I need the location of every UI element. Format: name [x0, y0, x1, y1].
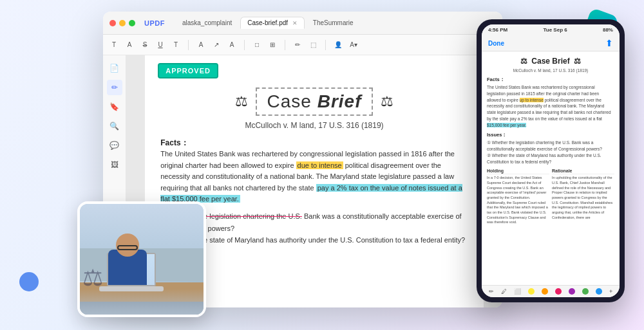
- tab-bar: alaska_complaint Case-brief.pdf ✕ TheSum…: [175, 17, 496, 29]
- approved-stamp: APPROVED: [158, 63, 218, 78]
- mobile-device: 4:56 PM Tue Sep 6 88% Done ⬆ ⚖ Case Brie…: [477, 19, 625, 302]
- mobile-holding-col: Holding In a 7-0 decision, the United St…: [487, 169, 549, 225]
- mobile-date: Tue Sep 6: [544, 27, 567, 33]
- pdf-case-name: McCulloch v. M land, 17 U.S. 316 (1819): [160, 121, 468, 130]
- toolbar-a2-icon[interactable]: A: [195, 39, 207, 51]
- photo-justice-figure: ⚖: [82, 264, 103, 291]
- mobile-holding-text: In a 7-0 decision, the United States Sup…: [487, 176, 549, 225]
- toolbar-pen-icon[interactable]: ✏: [292, 39, 303, 51]
- mobile-rationale-text: In upholding the constitutionality of th…: [552, 176, 614, 220]
- panel-edit-icon[interactable]: ✏: [107, 80, 122, 95]
- scale-icon-right: ⚖: [381, 93, 393, 110]
- toolbar-text-icon[interactable]: T: [108, 39, 120, 51]
- toolbar-annotation-icon[interactable]: A: [124, 39, 135, 51]
- toolbar: T A S U T A ↗ A □ ⊞ ✏ ⬚ 👤 A▾ 🔍: [103, 35, 502, 55]
- updf-logo: UPDF: [144, 19, 165, 27]
- toolbar-user-icon[interactable]: 👤: [332, 39, 344, 51]
- panel-search-icon[interactable]: 🔍: [107, 118, 122, 134]
- bg-circle-decoration: [19, 272, 39, 291]
- mobile-rationale-title: Rationale: [552, 169, 614, 174]
- toolbar-sep-1: [188, 40, 189, 50]
- toolbar-t2-icon[interactable]: T: [170, 39, 182, 51]
- pdf-issues-section: ① Whether the legislation chartering the…: [160, 210, 468, 246]
- toolbar-a4-icon[interactable]: A▾: [348, 39, 359, 51]
- mobile-rationale-col: Rationale In upholding the constitutiona…: [552, 169, 614, 225]
- mobile-issues-label: Issues：: [487, 132, 614, 138]
- mobile-title-text: Case Brief: [531, 57, 569, 66]
- maximize-button[interactable]: [129, 20, 135, 26]
- color-green-dot[interactable]: [582, 288, 589, 295]
- tab-close-icon[interactable]: ✕: [292, 20, 298, 26]
- pdf-title-box: Case Brief: [256, 87, 374, 116]
- minimize-button[interactable]: [119, 20, 126, 26]
- mobile-holding-title: Holding: [487, 169, 549, 174]
- panel-doc-icon[interactable]: 📄: [107, 60, 122, 76]
- tool-more-icon[interactable]: +: [609, 288, 612, 295]
- toolbar-strikethrough-icon[interactable]: S: [139, 39, 151, 51]
- close-button[interactable]: [109, 20, 116, 26]
- mobile-time: 4:56 PM: [488, 27, 507, 33]
- tab-alaska[interactable]: alaska_complaint: [175, 17, 239, 29]
- highlight-yellow-1: due to intense: [296, 161, 343, 169]
- toolbar-sep-2: [244, 40, 245, 50]
- color-pink-dot[interactable]: [555, 288, 562, 295]
- mobile-title-area: ⚖ Case Brief ⚖: [487, 57, 614, 66]
- color-blue-dot[interactable]: [596, 288, 602, 295]
- mobile-scale-icon-left: ⚖: [520, 57, 527, 66]
- pdf-facts-label: Facts：: [160, 138, 188, 147]
- mobile-share-button[interactable]: ⬆: [605, 38, 613, 48]
- toolbar-stamp-icon[interactable]: ⬚: [307, 39, 319, 51]
- mobile-two-col: Holding In a 7-0 decision, the United St…: [487, 169, 614, 225]
- toolbar-arrow-icon[interactable]: ↗: [211, 39, 222, 51]
- mobile-facts-label: Facts：: [487, 77, 614, 83]
- mobile-done-button[interactable]: Done: [488, 40, 504, 47]
- toolbar-shapes-icon[interactable]: □: [251, 39, 263, 51]
- mobile-issues-section: Issues： ① Whether the legislation charte…: [487, 132, 614, 165]
- tab-case-brief[interactable]: Case-brief.pdf ✕: [240, 17, 305, 29]
- color-purple-dot[interactable]: [569, 288, 575, 295]
- mobile-facts-text: The United States Bank was rechartered b…: [487, 84, 614, 128]
- toolbar-underline-icon[interactable]: U: [155, 39, 166, 51]
- mobile-screen: 4:56 PM Tue Sep 6 88% Done ⬆ ⚖ Case Brie…: [482, 24, 620, 297]
- photo-fade: [80, 289, 204, 315]
- mobile-tools-bar: ✏ 🖊 ⬜ +: [482, 285, 620, 297]
- strikethrough-text: the legislation chartering the U.S.: [198, 212, 302, 220]
- pdf-facts-section: Facts： The United States Bank was rechar…: [160, 136, 468, 205]
- tool-pen-icon[interactable]: ✏: [489, 288, 494, 295]
- pdf-rationale-label: Rationale：: [160, 254, 468, 266]
- panel-bookmark-icon[interactable]: 🔖: [107, 99, 122, 115]
- pdf-facts-text: The United States Bank was rechartered b…: [160, 149, 468, 205]
- mobile-battery: 88%: [603, 27, 613, 33]
- panel-image-icon[interactable]: 🖼: [107, 157, 122, 172]
- traffic-lights: [109, 20, 135, 26]
- color-yellow-dot[interactable]: [528, 288, 535, 295]
- toolbar-a3-icon[interactable]: A: [226, 39, 238, 51]
- mobile-nav-bar: Done ⬆: [482, 35, 620, 51]
- mobile-issues-text: ① Whether the legislation chartering the…: [487, 140, 614, 165]
- mobile-facts-section: Facts： The United States Bank was rechar…: [487, 77, 614, 128]
- color-orange-dot[interactable]: [542, 288, 548, 295]
- mobile-content[interactable]: ⚖ Case Brief ⚖ McCulloch v. M land, 17 U…: [482, 51, 620, 285]
- person-photo: ⚖: [80, 204, 204, 315]
- photo-person-glasses: [117, 245, 138, 250]
- toolbar-sep-4: [325, 40, 326, 50]
- toolbar-sep-3: [285, 40, 285, 50]
- title-bar: UPDF alaska_complaint Case-brief.pdf ✕ T…: [103, 12, 502, 35]
- highlight-cyan-1: pay a 2% tax on the value of notes issue…: [160, 184, 462, 203]
- photo-overlay: ⚖: [77, 201, 206, 317]
- pdf-title-area: ⚖ Case Brief ⚖: [160, 87, 468, 116]
- tool-highlight-icon[interactable]: 🖊: [501, 288, 507, 295]
- scale-icon-left: ⚖: [235, 93, 248, 110]
- mobile-status-bar: 4:56 PM Tue Sep 6 88%: [482, 24, 620, 35]
- tool-eraser-icon[interactable]: ⬜: [514, 288, 521, 295]
- mobile-highlight-cyan: $15,000 fee per year.: [487, 123, 526, 127]
- mobile-scale-icon-right: ⚖: [574, 57, 581, 66]
- panel-comment-icon[interactable]: 💬: [107, 138, 122, 153]
- mobile-case-name: McCulloch v. M land, 17 U.S. 316 (1819): [487, 68, 614, 73]
- toolbar-grid-icon[interactable]: ⊞: [267, 39, 278, 51]
- tab-summarie[interactable]: TheSummarie: [306, 17, 361, 29]
- mobile-highlight-yellow: up to intense: [520, 98, 544, 102]
